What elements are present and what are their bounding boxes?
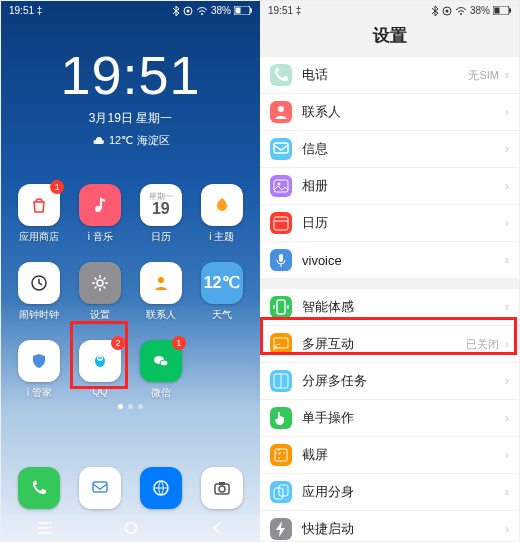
sms-icon [270,138,292,160]
app-bag[interactable]: 1应用商店 [9,184,70,244]
app-sms[interactable] [70,467,131,509]
battery-pct: 38% [470,5,490,16]
app-theme[interactable]: i 主题 [191,184,252,244]
settings-row-quick[interactable]: 快捷启动 › [260,511,519,541]
battery-icon [493,6,511,15]
svg-point-31 [278,183,281,186]
settings-row-calendar[interactable]: 日历 › [260,205,519,242]
row-label: 快捷启动 [302,520,505,538]
app-label: 应用商店 [19,230,59,244]
dock [1,459,260,515]
settings-row-screenshot[interactable]: 截屏 › [260,437,519,474]
music-icon [79,184,121,226]
row-label: 智能体感 [302,298,505,316]
app-grid: 1应用商店i 音乐星期一19日历i 主题闹钟时钟设置联系人12℃天气i 管家2Q… [1,184,260,400]
menu-icon[interactable] [37,521,53,535]
app-label: 日历 [151,230,171,244]
app-label: 天气 [212,308,232,322]
page-dot[interactable] [118,404,123,409]
sms-icon [79,467,121,509]
bluetooth-icon [431,6,439,16]
row-label: 多屏互动 [302,335,466,353]
theme-icon [201,184,243,226]
app-empty [191,340,252,400]
settings-list: 电话 无SIM › 联系人 › 信息 › 相册 › 日历 › vivoice [260,57,519,541]
page-indicator [1,400,260,411]
weather-location: 12℃ 海淀区 [91,133,170,148]
settings-row-clone[interactable]: 应用分身 › [260,474,519,511]
app-weather[interactable]: 12℃天气 [191,262,252,322]
split-icon [270,370,292,392]
app-contacts[interactable]: 联系人 [131,262,192,322]
svg-point-1 [186,9,189,12]
page-title: 设置 [260,18,519,57]
svg-rect-4 [236,8,241,14]
badge: 1 [172,336,186,350]
settings-row-onehand[interactable]: 单手操作 › [260,400,519,437]
battery-icon [234,6,252,15]
row-label: 联系人 [302,103,505,121]
cast-icon [270,333,292,355]
svg-rect-30 [274,180,288,192]
svg-rect-5 [250,9,252,13]
bag-icon: 1 [18,184,60,226]
app-label: i 管家 [27,386,52,400]
svg-rect-16 [93,482,107,492]
chevron-right-icon: › [505,68,509,82]
app-label: QQ [92,386,108,397]
row-label: 信息 [302,140,505,158]
settings-row-sms[interactable]: 信息 › [260,131,519,168]
statusbar: 19:51 ‡ 38% [1,1,260,18]
svg-point-21 [126,523,137,534]
app-clock[interactable]: 闹钟时钟 [9,262,70,322]
chevron-right-icon: › [505,485,509,499]
camera-icon [201,467,243,509]
app-browser[interactable] [131,467,192,509]
row-label: 日历 [302,214,505,232]
app-label: 微信 [151,386,171,400]
app-calendar[interactable]: 星期一19日历 [131,184,192,244]
page-dot[interactable] [128,404,133,409]
qq-icon: 2 [79,340,121,382]
row-label: 电话 [302,66,468,84]
home-screen: 19:51 ‡ 38% 19:51 3月19日 星期一 12℃ 海淀区 1应用商… [1,1,260,541]
app-qq[interactable]: 2QQ [70,340,131,400]
app-music[interactable]: i 音乐 [70,184,131,244]
settings-row-contacts[interactable]: 联系人 › [260,94,519,131]
shield-icon [18,340,60,382]
clock-time: 19:51 [1,44,260,106]
app-gear[interactable]: 设置 [70,262,131,322]
status-icons: 38% [172,5,252,16]
app-label: i 音乐 [88,230,113,244]
app-phone[interactable] [9,467,70,509]
app-shield[interactable]: i 管家 [9,340,70,400]
settings-row-motion[interactable]: 智能体感 › [260,289,519,326]
row-value: 无SIM [468,68,499,83]
badge: 2 [111,336,125,350]
app-wechat[interactable]: 1微信 [131,340,192,400]
bluetooth-icon [172,6,180,16]
settings-row-phone[interactable]: 电话 无SIM › [260,57,519,94]
settings-row-cast[interactable]: 多屏互动 已关闭 › [260,326,519,363]
settings-row-voice[interactable]: vivoice › [260,242,519,279]
app-camera[interactable] [191,467,252,509]
svg-rect-35 [274,338,288,348]
home-icon[interactable] [124,521,138,535]
weather-icon: 12℃ [201,262,243,304]
settings-row-split[interactable]: 分屏多任务 › [260,363,519,400]
status-time-left: 19:51 ‡ [268,5,301,16]
svg-point-8 [97,280,103,286]
row-label: 截屏 [302,446,505,464]
chevron-right-icon: › [505,337,509,351]
status-time-left: 19:51 ‡ [9,5,42,16]
back-icon[interactable] [210,521,224,535]
clock-date: 3月19日 星期一 [1,110,260,127]
row-value: 已关闭 [466,337,499,352]
svg-point-24 [460,13,462,15]
clock-widget[interactable]: 19:51 3月19日 星期一 12℃ 海淀区 [1,44,260,150]
wechat-icon: 1 [140,340,182,382]
page-dot[interactable] [138,404,143,409]
voice-icon [270,249,292,271]
svg-rect-26 [495,8,500,14]
settings-row-gallery[interactable]: 相册 › [260,168,519,205]
